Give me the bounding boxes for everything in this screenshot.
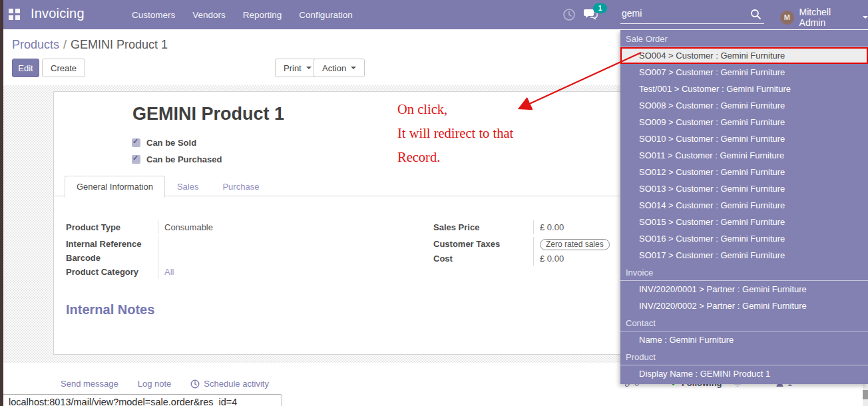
field-label-cost: Cost — [433, 252, 533, 266]
checkbox-label: Can be Sold — [146, 138, 196, 148]
field-value-internal-reference — [158, 237, 367, 251]
field-label-product-category: Product Category — [66, 265, 158, 279]
checkbox-row: ✓Can be Purchased — [132, 151, 222, 168]
checkbox-can-be-sold[interactable]: ✓ — [132, 138, 140, 147]
search-result-item[interactable]: INV/2020/0002 > Partner : Gemini Furnitu… — [620, 298, 868, 314]
breadcrumb-current: GEMINI Product 1 — [71, 38, 168, 51]
field-value-cost: £ 0.00 — [533, 252, 628, 266]
product-flags: ✓Can be Sold✓Can be Purchased — [132, 134, 222, 168]
messages-count-badge: 1 — [593, 3, 607, 13]
nav-menu-vendors[interactable]: Vendors — [191, 7, 227, 23]
field-value-customer-taxes: Zero rated sales — [533, 237, 628, 252]
search-result-item[interactable]: SO016 > Customer : Gemini Furniture — [620, 230, 868, 247]
search-result-item[interactable]: INV/2020/0001 > Partner : Gemini Furnitu… — [620, 281, 868, 298]
action-label: Action — [322, 63, 346, 73]
edit-button[interactable]: Edit — [12, 59, 39, 77]
annotation-line: On click, — [397, 102, 513, 117]
field-group-left: Product TypeConsumableInternal Reference… — [66, 220, 367, 279]
app-brand[interactable]: Invoicing — [31, 6, 85, 21]
chevron-down-icon — [306, 67, 312, 69]
search-result-item[interactable]: Test/001 > Customer : Gemini Furniture — [620, 81, 868, 97]
check-icon: ✓ — [132, 154, 138, 162]
nav-menu-reporting[interactable]: Reporting — [242, 7, 284, 23]
breadcrumb-products-link[interactable]: Products — [12, 38, 59, 51]
log-note-button[interactable]: Log note — [138, 379, 172, 389]
action-dropdown-button[interactable]: Action — [314, 59, 365, 77]
search-result-item[interactable]: SO007 > Customer : Gemini Furniture — [620, 64, 868, 81]
search-result-item[interactable]: SO017 > Customer : Gemini Furniture — [620, 247, 868, 264]
tab-sales[interactable]: Sales — [165, 176, 211, 198]
checkbox-label: Can be Purchased — [146, 154, 222, 164]
check-icon: ✓ — [132, 137, 138, 146]
nav-menu-configuration[interactable]: Configuration — [298, 7, 353, 23]
field-label-customer-taxes: Customer Taxes — [433, 237, 533, 252]
search-result-item[interactable]: SO004 > Customer : Gemini Furniture — [620, 47, 868, 64]
nav-menus: CustomersVendorsReportingConfiguration — [130, 0, 354, 29]
field-value-barcode — [158, 251, 367, 265]
search-section-heading-sale-order: Sale Order — [620, 30, 868, 47]
checkbox-can-be-purchased[interactable]: ✓ — [132, 155, 140, 164]
user-menu[interactable]: M Mitchell Admin — [780, 7, 868, 28]
top-navbar: Invoicing CustomersVendorsReportingConfi… — [0, 0, 868, 29]
activities-clock-icon[interactable] — [562, 8, 576, 24]
annotation-line: Record. — [397, 150, 513, 165]
internal-notes-heading: Internal Notes — [66, 302, 154, 317]
search-result-item[interactable]: SO011 > Customer : Gemini Furniture — [620, 147, 868, 164]
search-result-item[interactable]: SO010 > Customer : Gemini Furniture — [620, 130, 868, 147]
field-label-barcode: Barcode — [66, 251, 158, 265]
product-title: GEMINI Product 1 — [132, 104, 284, 124]
create-button[interactable]: Create — [42, 59, 85, 77]
schedule-activity-button[interactable]: Schedule activity — [190, 379, 269, 389]
search-section-heading-product: Product — [620, 348, 868, 365]
print-label: Print — [284, 63, 302, 73]
field-value-product-type: Consumable — [158, 220, 367, 234]
tab-general-information[interactable]: General Information — [65, 176, 165, 198]
breadcrumb-separator: / — [63, 38, 67, 51]
field-value-product-category[interactable]: All — [158, 265, 367, 279]
field-label-internal-reference: Internal Reference — [66, 237, 158, 251]
search-input[interactable] — [620, 5, 764, 24]
browser-edge-strip — [0, 0, 3, 406]
search-section-heading-invoice: Invoice — [620, 264, 868, 281]
scrollbar — [863, 384, 868, 406]
apps-menu-icon[interactable] — [9, 9, 20, 20]
annotation-note: On click, It will redirect to that Recor… — [397, 102, 513, 174]
tab-purchase[interactable]: Purchase — [210, 176, 271, 198]
chevron-down-icon — [351, 67, 356, 69]
global-search — [620, 5, 764, 24]
search-results-dropdown: Sale OrderSO004 > Customer : Gemini Furn… — [620, 30, 868, 384]
search-result-item[interactable]: SO012 > Customer : Gemini Furniture — [620, 164, 868, 180]
status-url-tooltip: localhost:8013/mail/view?model=sale.orde… — [3, 394, 282, 406]
search-result-item[interactable]: SO013 > Customer : Gemini Furniture — [620, 180, 868, 197]
chatter-actions: Send messageLog noteSchedule activity — [61, 379, 269, 389]
search-result-item[interactable]: Name : Gemini Furniture — [620, 331, 868, 348]
checkbox-row: ✓Can be Sold — [132, 134, 222, 151]
breadcrumb: Products/GEMINI Product 1 — [12, 38, 168, 52]
tax-tag: Zero rated sales — [540, 239, 610, 250]
search-result-item[interactable]: Display Name : GEMINI Product 1 — [620, 365, 868, 382]
search-icon[interactable] — [750, 9, 761, 23]
chevron-down-icon — [863, 16, 868, 19]
scrollbar-thumb[interactable] — [863, 390, 868, 399]
user-name: Mitchell Admin — [799, 7, 858, 28]
search-section-heading-contact: Contact — [620, 314, 868, 331]
search-result-item[interactable]: SO009 > Customer : Gemini Furniture — [620, 114, 868, 130]
nav-menu-customers[interactable]: Customers — [130, 7, 176, 23]
field-label-sales-price: Sales Price — [433, 220, 533, 234]
search-result-item[interactable]: SO014 > Customer : Gemini Furniture — [620, 197, 868, 214]
search-result-item[interactable]: SO015 > Customer : Gemini Furniture — [620, 214, 868, 230]
send-message-button[interactable]: Send message — [61, 379, 118, 389]
field-label-product-type: Product Type — [66, 220, 158, 234]
search-result-item[interactable]: SO008 > Customer : Gemini Furniture — [620, 97, 868, 114]
field-group-right: Sales Price£ 0.00Customer TaxesZero rate… — [433, 220, 628, 266]
user-avatar[interactable]: M — [780, 11, 794, 25]
annotation-line: It will redirect to that — [397, 126, 513, 141]
field-value-sales-price: £ 0.00 — [533, 220, 628, 234]
clock-icon — [190, 379, 200, 389]
